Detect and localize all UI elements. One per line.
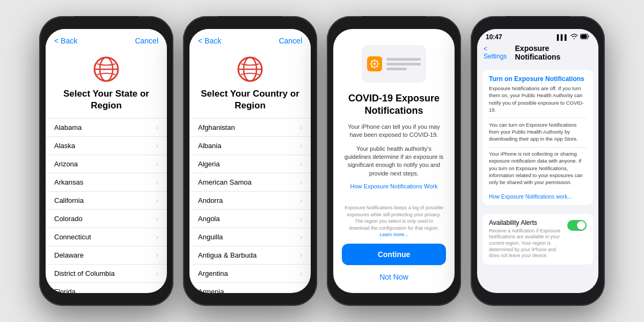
exposure-notifications-link[interactable]: Turn on Exposure Notifications [482,70,593,85]
list-item[interactable]: Afghanistan› [189,119,311,137]
svg-point-7 [374,63,376,65]
availability-alerts-label: Availability Alerts [489,219,564,226]
phones-container: < Back Cancel Select Your State or Regio… [0,0,644,322]
globe-icon [92,55,121,84]
globe-icon-area [46,49,167,88]
globe-icon-2 [236,55,265,84]
covid-line [386,68,407,70]
status-time: 10:47 [486,33,502,41]
how-notifications-work-link[interactable]: How Exposure Notifications work... [482,191,593,205]
settings-section-2: Availability Alerts Receive a notificati… [482,214,593,265]
availability-alerts-desc: Receive a notification if Exposure Notif… [489,228,564,259]
covid-fine-print: Exposure Notifications keeps a log of po… [342,204,446,244]
list-item[interactable]: Arkansas› [46,173,167,192]
list-item[interactable]: Alabama› [46,119,167,137]
back-button[interactable]: < Back [54,36,77,45]
wifi-icon [570,34,578,40]
phone-1-title: Select Your State or Region [46,88,167,118]
availability-alerts-row: Availability Alerts Receive a notificati… [482,214,593,265]
list-item[interactable]: Angola› [189,210,311,228]
list-item[interactable]: Algeria› [189,155,311,173]
covid-desc-2: Your public health authority's guideline… [333,145,455,184]
phone-1-list[interactable]: Alabama› Alaska› Arizona› Arkansas› Cali… [46,118,167,293]
availability-alerts-toggle[interactable] [567,220,587,231]
list-item[interactable]: Florida› [46,283,167,293]
continue-button[interactable]: Continue [342,244,446,265]
cancel-button[interactable]: Cancel [135,36,158,45]
not-now-button[interactable]: Not Now [342,269,446,284]
phone-1-screen: < Back Cancel Select Your State or Regio… [46,29,167,293]
list-item[interactable]: Colorado› [46,210,167,228]
phone-2: < Back Cancel Select Your Country or Reg… [183,16,317,306]
phone-1: < Back Cancel Select Your State or Regio… [39,16,173,306]
phone-3-screen: COVID-19 Exposure Notifications Your iPh… [333,29,455,293]
phone-2-title: Select Your Country or Region [189,88,311,118]
exposure-text-1: Exposure Notifications are off. If you t… [482,85,593,118]
settings-section-1: Turn on Exposure Notifications Exposure … [482,70,593,205]
list-item[interactable]: Andorra› [189,192,311,210]
phone-1-notch [74,16,138,29]
list-item[interactable]: Antigua & Barbuda› [189,246,311,265]
covid-desc-1: Your iPhone can tell you if you may have… [333,123,455,145]
covid-bottom: Exposure Notifications keeps a log of po… [333,195,455,293]
list-item[interactable]: Armenia› [189,283,311,293]
svg-line-15 [371,66,372,67]
svg-rect-17 [581,35,587,39]
settings-nav-bar: < Settings Exposure Notifications [477,43,598,65]
svg-line-12 [371,61,372,62]
phone-2-list[interactable]: Afghanistan› Albania› Algeria› American … [189,118,311,293]
exposure-text-3: Your iPhone is not collecting or sharing… [482,147,593,190]
settings-screen: 10:47 ▌▌▌ [477,29,598,293]
exposure-text-2: You can turn on Exposure Notifications f… [482,118,593,147]
covid-title: COVID-19 Exposure Notifications [333,88,455,123]
covid-card-lines [386,58,421,70]
list-item[interactable]: Alaska› [46,137,167,155]
toggle-knob [577,221,586,230]
phone-2-screen: < Back Cancel Select Your Country or Reg… [189,29,311,293]
covid-line [386,58,421,61]
status-bar: 10:47 ▌▌▌ [477,29,598,43]
phone-3: COVID-19 Exposure Notifications Your iPh… [327,16,461,306]
globe-icon-area-2 [189,49,311,88]
availability-alerts-text: Availability Alerts Receive a notificati… [489,219,564,259]
list-item[interactable]: Arizona› [46,155,167,173]
list-item[interactable]: Delaware› [46,246,167,265]
list-item[interactable]: California› [46,192,167,210]
phone-4-notch [506,16,570,29]
list-item[interactable]: Connecticut› [46,228,167,246]
settings-page-title: Exposure Notifications [515,44,592,61]
covid-line [386,63,421,65]
phone-3-notch [362,16,426,29]
covid-screen: COVID-19 Exposure Notifications Your iPh… [333,29,455,293]
status-icons: ▌▌▌ [557,34,590,40]
svg-line-13 [377,66,378,67]
phone-4: 10:47 ▌▌▌ [471,16,605,306]
battery-icon [580,34,590,40]
covid-card-area [333,29,455,88]
covid-fine-link[interactable]: Learn more... [379,232,408,237]
phone-2-nav: < Back Cancel [189,29,311,49]
cancel-button[interactable]: Cancel [279,36,302,45]
list-item[interactable]: Albania› [189,137,311,155]
list-item[interactable]: District of Columbia› [46,265,167,283]
covid-card [362,45,426,83]
phone-4-screen: 10:47 ▌▌▌ [477,29,598,293]
settings-back-button[interactable]: < Settings [484,45,511,60]
covid-link[interactable]: How Exposure Notifications Work [333,183,455,195]
list-item[interactable]: American Samoa› [189,173,311,192]
list-item[interactable]: Anguilla› [189,228,311,246]
phone-1-nav: < Back Cancel [46,29,167,49]
svg-line-14 [377,61,378,62]
signal-icon: ▌▌▌ [557,34,568,40]
phone-2-notch [218,16,282,29]
list-item[interactable]: Argentina› [189,265,311,283]
covid-card-icon [367,56,382,71]
back-button[interactable]: < Back [198,36,221,45]
